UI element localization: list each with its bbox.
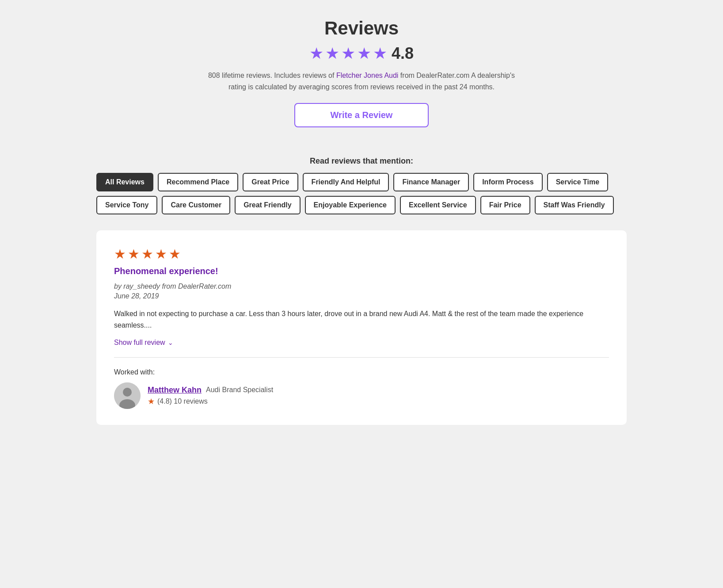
tag-great-friendly[interactable]: Great Friendly <box>235 196 300 214</box>
review-star-2: ★ <box>141 246 153 262</box>
review-star-1: ★ <box>128 246 140 262</box>
star-2: ★ <box>325 44 339 63</box>
chevron-down-icon: ⌄ <box>168 339 173 346</box>
tag-friendly-helpful[interactable]: Friendly And Helpful <box>303 173 389 191</box>
overall-rating-number: 4.8 <box>392 44 414 63</box>
staff-name-row-0: Matthew KahnAudi Brand Specialist <box>148 386 273 395</box>
review-text-0: Walked in not expecting to purchase a ca… <box>114 308 609 331</box>
staff-info-0: Matthew KahnAudi Brand Specialist★(4.8) … <box>148 386 273 406</box>
tag-inform-process[interactable]: Inform Process <box>473 173 542 191</box>
rating-row: ★ ★ ★ ★ ★ 4.8 <box>96 44 627 63</box>
reviews-description: 808 lifetime reviews. Includes reviews o… <box>202 70 521 92</box>
review-star-3: ★ <box>155 246 167 262</box>
avatar-image <box>114 382 141 409</box>
review-date-0: June 28, 2019 <box>114 292 609 300</box>
staff-name-link-0[interactable]: Matthew Kahn <box>148 386 202 395</box>
staff-star-icon: ★ <box>148 397 155 406</box>
page-wrapper: Reviews ★ ★ ★ ★ ★ 4.8 808 lifetime revie… <box>96 18 627 425</box>
staff-rating-text-0: (4.8) 10 reviews <box>157 397 208 405</box>
tag-excellent-service[interactable]: Excellent Service <box>400 196 476 214</box>
overall-stars: ★ ★ ★ ★ ★ <box>309 44 387 63</box>
tag-finance-manager[interactable]: Finance Manager <box>393 173 469 191</box>
svg-point-1 <box>123 388 132 397</box>
write-review-button[interactable]: Write a Review <box>294 103 429 127</box>
tag-service-time[interactable]: Service Time <box>547 173 608 191</box>
star-1: ★ <box>309 44 323 63</box>
tag-all-reviews[interactable]: All Reviews <box>96 173 153 191</box>
worked-with-label-0: Worked with: <box>114 368 609 376</box>
tag-recommend-place[interactable]: Recommend Place <box>158 173 238 191</box>
review-author-0: by ray_sheedy from DealerRater.com <box>114 283 609 290</box>
staff-title-0: Audi Brand Specialist <box>206 386 273 394</box>
tag-fair-price[interactable]: Fair Price <box>480 196 530 214</box>
review-card-0: ★★★★★Phenomenal experience!by ray_sheedy… <box>96 230 627 425</box>
review-title-0: Phenomenal experience! <box>114 266 609 276</box>
page-title: Reviews <box>96 18 627 39</box>
star-4: ★ <box>357 44 371 63</box>
show-full-review-button-0[interactable]: Show full review ⌄ <box>114 339 609 347</box>
tags-section: Read reviews that mention: All ReviewsRe… <box>96 157 627 214</box>
review-stars-0: ★★★★★ <box>114 246 609 262</box>
dealer-link[interactable]: Fletcher Jones Audi <box>336 72 399 79</box>
review-star-0: ★ <box>114 246 126 262</box>
reviews-container: ★★★★★Phenomenal experience!by ray_sheedy… <box>96 230 627 425</box>
tag-staff-was-friendly[interactable]: Staff Was Friendly <box>535 196 614 214</box>
star-5: ★ <box>373 44 387 63</box>
staff-row-0: Matthew KahnAudi Brand Specialist★(4.8) … <box>114 382 609 409</box>
staff-rating-row-0: ★(4.8) 10 reviews <box>148 397 273 406</box>
reviews-header: Reviews ★ ★ ★ ★ ★ 4.8 808 lifetime revie… <box>96 18 627 143</box>
review-star-4: ★ <box>169 246 181 262</box>
tags-container: All ReviewsRecommend PlaceGreat PriceFri… <box>96 173 627 214</box>
review-divider-0 <box>114 357 609 358</box>
avatar <box>114 382 141 409</box>
description-prefix: 808 lifetime reviews. Includes reviews o… <box>208 72 334 79</box>
mention-title: Read reviews that mention: <box>96 157 627 166</box>
tag-great-price[interactable]: Great Price <box>243 173 298 191</box>
star-3: ★ <box>341 44 355 63</box>
tag-care-customer[interactable]: Care Customer <box>162 196 230 214</box>
tag-enjoyable-experience[interactable]: Enjoyable Experience <box>305 196 396 214</box>
tag-service-tony[interactable]: Service Tony <box>96 196 157 214</box>
